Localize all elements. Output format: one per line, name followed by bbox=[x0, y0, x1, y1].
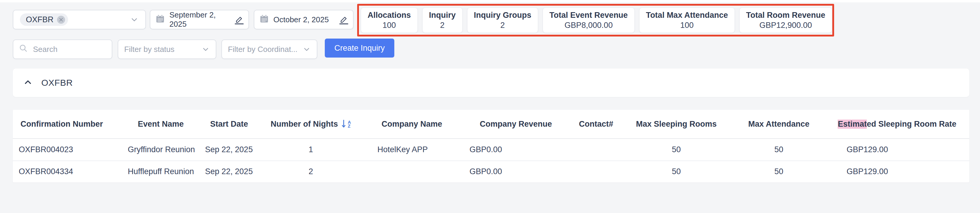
column-header-event-name[interactable]: Event Name bbox=[121, 120, 201, 129]
column-header-start-date[interactable]: Start Date bbox=[201, 120, 257, 129]
table-row[interactable]: OXFBR004023Gryffindor ReunionSep 22, 202… bbox=[13, 139, 969, 161]
calendar-icon bbox=[259, 14, 269, 26]
stat-value: 100 bbox=[382, 21, 396, 30]
property-section-header[interactable]: OXFBR bbox=[13, 68, 969, 97]
cell-number-of-nights: 1 bbox=[257, 145, 364, 154]
stat-card-inquiry-groups: Inquiry Groups2 bbox=[467, 8, 538, 33]
cell-confirmation-number: OXFBR004023 bbox=[13, 145, 121, 154]
chevron-down-icon bbox=[130, 15, 139, 24]
stat-value: GBP12,900.00 bbox=[759, 21, 812, 30]
end-date-picker[interactable]: October 2, 2025 bbox=[254, 10, 353, 29]
start-date-value: September 2, 2025 bbox=[169, 10, 231, 29]
status-filter-placeholder: Filter by status bbox=[124, 45, 174, 54]
pencil-icon[interactable] bbox=[235, 15, 243, 24]
cell-number-of-nights: 2 bbox=[257, 167, 364, 176]
stat-title: Total Room Revenue bbox=[746, 10, 826, 21]
sort-az-icon[interactable]: AZ bbox=[341, 119, 351, 129]
cell-company-revenue: GBP0.00 bbox=[460, 145, 572, 154]
calendar-icon bbox=[155, 14, 165, 26]
stats-highlight-outline: Allocations100Inquiry2Inquiry Groups2Tot… bbox=[357, 4, 834, 36]
cell-confirmation-number: OXFBR004334 bbox=[13, 167, 121, 176]
selected-property-chip: OXFBR bbox=[20, 13, 68, 26]
column-header-number-of-nights[interactable]: Number of NightsAZ bbox=[257, 119, 364, 129]
cell-max-attendance: 50 bbox=[733, 145, 825, 154]
cell-estimated-sleeping-room-rate: GBP129.00 bbox=[825, 145, 969, 154]
property-select[interactable]: OXFBR bbox=[13, 10, 146, 29]
table-row[interactable]: OXFBR004334Hufflepuff ReunionSep 22, 202… bbox=[13, 161, 969, 182]
selected-property-label: OXFBR bbox=[26, 15, 54, 24]
end-date-value: October 2, 2025 bbox=[274, 15, 329, 24]
stat-value: 100 bbox=[680, 21, 694, 30]
stat-card-total-max-attendance: Total Max Attendance100 bbox=[639, 8, 735, 33]
inquiries-table: Confirmation NumberEvent NameStart DateN… bbox=[13, 110, 969, 183]
column-header-contact[interactable]: Contact# bbox=[572, 120, 620, 129]
coordinator-filter-placeholder: Filter by Coordinat... bbox=[228, 45, 298, 54]
stat-value: 2 bbox=[440, 21, 444, 30]
section-title: OXFBR bbox=[41, 78, 73, 88]
pencil-icon[interactable] bbox=[339, 15, 348, 24]
column-header-max-sleeping-rooms[interactable]: Max Sleeping Rooms bbox=[620, 120, 733, 129]
stat-title: Inquiry Groups bbox=[474, 10, 531, 21]
cell-company-name: HotelKey APP bbox=[364, 145, 460, 154]
search-input[interactable] bbox=[33, 45, 99, 54]
cell-max-attendance: 50 bbox=[733, 167, 825, 176]
stat-title: Total Max Attendance bbox=[646, 10, 728, 21]
stat-title: Allocations bbox=[368, 10, 411, 21]
search-field[interactable] bbox=[13, 39, 112, 59]
stat-card-allocations: Allocations100 bbox=[361, 8, 418, 33]
chevron-down-icon bbox=[302, 45, 311, 54]
stat-value: GBP8,000.00 bbox=[565, 21, 613, 30]
coordinator-filter-dropdown[interactable]: Filter by Coordinat... bbox=[221, 39, 317, 59]
cell-start-date: Sep 22, 2025 bbox=[201, 145, 257, 154]
start-date-picker[interactable]: September 2, 2025 bbox=[150, 10, 249, 29]
close-icon[interactable] bbox=[57, 16, 65, 24]
column-header-company-name[interactable]: Company Name bbox=[364, 120, 460, 129]
chevron-down-icon bbox=[202, 45, 210, 54]
stat-title: Total Event Revenue bbox=[549, 10, 628, 21]
search-icon bbox=[19, 44, 28, 55]
top-window-strip bbox=[0, 0, 980, 2]
stat-card-total-event-revenue: Total Event RevenueGBP8,000.00 bbox=[542, 8, 635, 33]
column-header-estimated-sleeping-room-rate[interactable]: Estimated Sleeping Room Rate bbox=[825, 120, 969, 129]
cell-max-sleeping-rooms: 50 bbox=[620, 145, 733, 154]
cell-company-revenue: GBP0.00 bbox=[460, 167, 572, 176]
stat-card-inquiry: Inquiry2 bbox=[422, 8, 463, 33]
cell-event-name: Gryffindor Reunion bbox=[121, 145, 201, 154]
cell-event-name: Hufflepuff Reunion bbox=[121, 167, 201, 176]
column-header-confirmation-number[interactable]: Confirmation Number bbox=[13, 120, 121, 129]
stat-card-total-room-revenue: Total Room RevenueGBP12,900.00 bbox=[739, 8, 832, 33]
cell-max-sleeping-rooms: 50 bbox=[620, 167, 733, 176]
stat-value: 2 bbox=[500, 21, 505, 30]
cell-estimated-sleeping-room-rate: GBP129.00 bbox=[825, 167, 969, 176]
column-header-company-revenue[interactable]: Company Revenue bbox=[460, 120, 572, 129]
chevron-up-icon[interactable] bbox=[23, 77, 33, 88]
stat-title: Inquiry bbox=[429, 10, 456, 21]
cell-start-date: Sep 22, 2025 bbox=[201, 167, 257, 176]
find-highlight: Estimat bbox=[838, 120, 867, 129]
column-header-max-attendance[interactable]: Max Attendance bbox=[733, 120, 825, 129]
table-header-row: Confirmation NumberEvent NameStart DateN… bbox=[13, 110, 969, 139]
status-filter-dropdown[interactable]: Filter by status bbox=[118, 39, 216, 59]
create-inquiry-button[interactable]: Create Inquiry bbox=[325, 39, 394, 58]
